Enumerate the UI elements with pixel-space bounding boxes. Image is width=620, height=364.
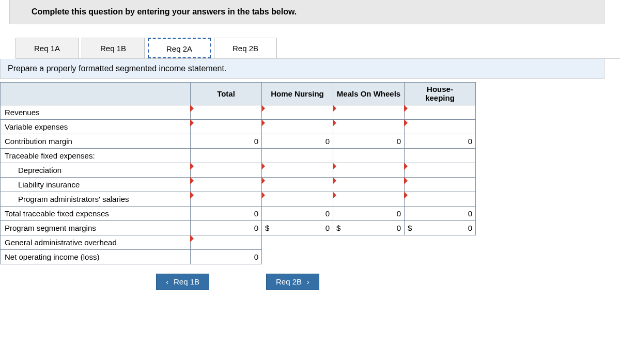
row-label: Traceable fixed expenses:	[1, 148, 191, 163]
value-cell[interactable]: 0	[191, 206, 262, 220]
value-cell[interactable]	[262, 192, 333, 206]
instruction-bar: Complete this question by entering your …	[9, 0, 605, 24]
cell-value: 0	[468, 137, 472, 146]
cell-value: 0	[326, 137, 330, 146]
row-label: Contribution margin	[1, 134, 191, 148]
value-cell[interactable]	[405, 192, 476, 206]
next-button[interactable]: Req 2B ›	[266, 274, 319, 290]
chevron-left-icon: ‹	[166, 274, 168, 290]
dollar-sign: $	[265, 224, 269, 232]
cell-value: 0	[326, 209, 330, 218]
value-cell[interactable]	[333, 148, 405, 163]
dollar-sign: $	[336, 224, 340, 232]
table-row: Net operating income (loss)0	[1, 249, 476, 264]
next-button-label: Req 2B	[276, 274, 302, 290]
cell-value: 0	[254, 137, 258, 146]
row-label: Total traceable fixed expenses	[1, 206, 191, 220]
tab-req-1a[interactable]: Req 1A	[16, 38, 79, 58]
value-cell[interactable]: 0	[333, 134, 405, 148]
row-label: Revenues	[1, 105, 191, 119]
value-cell[interactable]: 0	[262, 134, 333, 148]
value-cell[interactable]	[262, 119, 333, 134]
cell-value: 0	[254, 224, 258, 232]
cell-value: 0	[468, 224, 472, 232]
instruction-text: Complete this question by entering your …	[32, 7, 297, 16]
value-cell[interactable]: 0	[191, 134, 262, 148]
row-label: Liability insurance	[1, 177, 191, 192]
value-cell[interactable]: $0	[262, 220, 333, 235]
cell-value: 0	[254, 209, 258, 218]
value-cell[interactable]: 0	[405, 134, 476, 148]
value-cell[interactable]: 0	[191, 249, 262, 264]
header-blank	[1, 83, 191, 105]
value-cell[interactable]	[191, 192, 262, 206]
value-cell[interactable]	[191, 235, 262, 249]
value-cell[interactable]	[333, 119, 405, 134]
col-home-nursing: Home Nursing	[262, 83, 333, 105]
table-row: Total traceable fixed expenses0000	[1, 206, 476, 220]
value-cell[interactable]	[262, 177, 333, 192]
value-cell[interactable]: 0	[262, 206, 333, 220]
tabs-row: Req 1A Req 1B Req 2A Req 2B	[16, 38, 620, 59]
value-cell	[262, 249, 333, 264]
value-cell[interactable]	[191, 177, 262, 192]
row-label: Program segment margins	[1, 220, 191, 235]
cell-value: 0	[397, 224, 401, 232]
tab-req-2a[interactable]: Req 2A	[148, 38, 211, 58]
sub-instruction: Prepare a properly formatted segmented i…	[0, 59, 605, 79]
income-statement-table: Total Home Nursing Meals On Wheels House…	[0, 82, 476, 264]
value-cell[interactable]	[262, 105, 333, 119]
value-cell[interactable]: 0	[191, 220, 262, 235]
cell-value: 0	[468, 209, 472, 218]
tab-req-1b[interactable]: Req 1B	[82, 38, 145, 58]
value-cell[interactable]	[333, 163, 405, 177]
table-row: Program administrators' salaries	[1, 192, 476, 206]
value-cell[interactable]	[333, 192, 405, 206]
value-cell[interactable]: 0	[333, 206, 405, 220]
value-cell	[405, 249, 476, 264]
cell-value: 0	[397, 209, 401, 218]
prev-button[interactable]: ‹ Req 1B	[156, 274, 209, 290]
prev-button-label: Req 1B	[174, 274, 199, 290]
tab-req-2b[interactable]: Req 2B	[214, 38, 277, 58]
row-label: Program administrators' salaries	[1, 192, 191, 206]
value-cell[interactable]: $0	[405, 220, 476, 235]
table-row: General administrative overhead	[1, 235, 476, 249]
value-cell	[333, 235, 405, 249]
cell-value: 0	[326, 224, 330, 232]
nav-buttons: ‹ Req 1B Req 2B ›	[0, 274, 475, 290]
value-cell[interactable]	[191, 105, 262, 119]
col-total: Total	[191, 83, 262, 105]
table-row: Traceable fixed expenses:	[1, 148, 476, 163]
table-row: Contribution margin0000	[1, 134, 476, 148]
value-cell[interactable]	[262, 148, 333, 163]
value-cell[interactable]: $0	[333, 220, 405, 235]
value-cell[interactable]	[405, 105, 476, 119]
table-row: Depreciation	[1, 163, 476, 177]
value-cell[interactable]	[405, 119, 476, 134]
value-cell[interactable]	[333, 177, 405, 192]
table-row: Liability insurance	[1, 177, 476, 192]
row-label: General administrative overhead	[1, 235, 191, 249]
value-cell[interactable]	[405, 177, 476, 192]
value-cell	[262, 235, 333, 249]
dollar-sign: $	[408, 224, 412, 232]
value-cell	[405, 235, 476, 249]
table-row: Program segment margins0$0$0$0	[1, 220, 476, 235]
row-label: Variable expenses	[1, 119, 191, 134]
cell-value: 0	[397, 137, 401, 146]
value-cell[interactable]	[333, 105, 405, 119]
value-cell[interactable]	[405, 163, 476, 177]
value-cell[interactable]	[262, 163, 333, 177]
row-label: Net operating income (loss)	[1, 249, 191, 264]
value-cell[interactable]: 0	[405, 206, 476, 220]
chevron-right-icon: ›	[307, 274, 309, 290]
value-cell[interactable]	[405, 148, 476, 163]
col-housekeeping: House- keeping	[405, 83, 476, 105]
table-row: Revenues	[1, 105, 476, 119]
value-cell[interactable]	[191, 163, 262, 177]
value-cell	[333, 249, 405, 264]
value-cell[interactable]	[191, 148, 262, 163]
row-label: Depreciation	[1, 163, 191, 177]
value-cell[interactable]	[191, 119, 262, 134]
